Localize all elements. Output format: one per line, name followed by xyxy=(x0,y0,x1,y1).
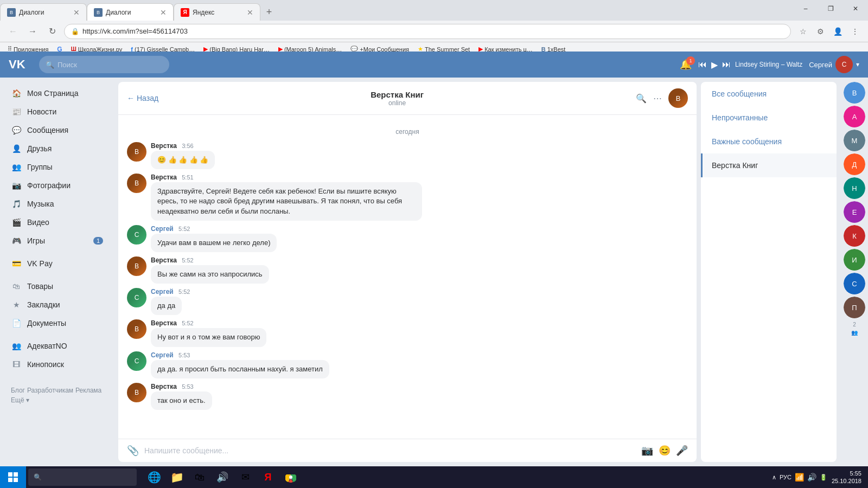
vk-search-bar[interactable]: 🔍 Поиск xyxy=(39,56,169,73)
right-panel: Все сообщения Непрочитанные Важные сообщ… xyxy=(701,82,837,462)
right-avatar-1[interactable]: В xyxy=(844,82,865,104)
message-row: С Сергей 5:52 да да xyxy=(127,288,688,315)
sidebar-item-games[interactable]: 🎮 Игры 1 xyxy=(0,232,114,250)
extensions-button[interactable]: ⚙ xyxy=(813,24,828,39)
tab-3-close[interactable]: ✕ xyxy=(247,8,253,17)
sidebar-item-friends[interactable]: 👤 Друзья xyxy=(0,139,114,158)
new-tab-button[interactable]: + xyxy=(260,3,278,21)
sidebar-item-mypage[interactable]: 🏠 Моя Страница xyxy=(0,84,114,102)
right-avatar-5[interactable]: Н xyxy=(844,177,865,199)
sidebar-item-bookmarks[interactable]: ★ Закладки xyxy=(0,296,114,314)
msg-text-3: Удачи вам в вашем не легко деле) xyxy=(151,234,277,252)
right-avatar-8[interactable]: И xyxy=(844,249,865,271)
svg-rect-2 xyxy=(8,478,12,482)
right-avatar-3[interactable]: М xyxy=(844,130,865,151)
tray-arrow-icon[interactable]: ∧ xyxy=(772,474,776,481)
sidebar: 🏠 Моя Страница 📰 Новости 💬 Сообщения 👤 Д… xyxy=(0,78,114,466)
right-avatar-6[interactable]: Е xyxy=(844,201,865,223)
minimize-button[interactable]: – xyxy=(793,0,818,17)
taskbar-app-mail[interactable]: ✉ xyxy=(234,466,256,488)
url-bar[interactable]: 🔒 https://vk.com/im?sel=456114703 xyxy=(64,24,791,39)
user-menu[interactable]: Сергей С ▾ xyxy=(809,56,859,73)
user-name: Сергей xyxy=(809,61,832,69)
tray-network-icon[interactable]: 📶 xyxy=(795,473,804,481)
sidebar-item-music[interactable]: 🎵 Музыка xyxy=(0,195,114,213)
emoji-button[interactable]: 😊 xyxy=(659,445,671,457)
message-input[interactable] xyxy=(144,446,636,455)
start-button[interactable] xyxy=(0,466,26,488)
sidebar-item-photos[interactable]: 📷 Фотографии xyxy=(0,176,114,195)
notifications-badge: 1 xyxy=(686,56,695,65)
right-avatar-2[interactable]: А xyxy=(844,106,865,127)
panel-unread[interactable]: Непрочитанные xyxy=(701,106,837,130)
sidebar-item-shop[interactable]: 🛍 Товары xyxy=(0,277,114,296)
sidebar-item-adekvatno[interactable]: 👥 АдекватNO xyxy=(0,337,114,355)
taskbar-tray: ∧ РУС 📶 🔊 🔋 5:55 25.10.2018 xyxy=(765,470,868,485)
tab-1[interactable]: В Диалоги ✕ xyxy=(0,3,87,21)
footer-ads[interactable]: Реклама xyxy=(75,387,101,394)
taskbar-app-store[interactable]: 🛍 xyxy=(189,466,210,488)
footer-dev[interactable]: Разработчикам xyxy=(27,387,73,394)
right-avatar-10[interactable]: П xyxy=(844,297,865,318)
vk-logo[interactable]: VK xyxy=(9,57,30,72)
back-button[interactable]: ← Назад xyxy=(127,94,158,102)
footer-more[interactable]: Ещё ▾ xyxy=(11,396,29,404)
profile-button[interactable]: 👤 xyxy=(830,24,845,39)
notifications-button[interactable]: 🔔 1 xyxy=(680,59,692,70)
sidebar-item-groups[interactable]: 👥 Группы xyxy=(0,158,114,176)
important-label: Важные сообщения xyxy=(712,137,782,146)
panel-important[interactable]: Важные сообщения xyxy=(701,130,837,153)
tab-3[interactable]: Я Яндекс ✕ xyxy=(174,3,260,21)
star-button[interactable]: ☆ xyxy=(795,24,810,39)
right-avatar-7[interactable]: К xyxy=(844,225,865,247)
sidebar-item-video[interactable]: 🎬 Видео xyxy=(0,213,114,232)
sidebar-item-vkpay[interactable]: 💳 VK Pay xyxy=(0,254,114,273)
tab-1-label: Диалоги xyxy=(19,9,44,16)
taskbar-app-explorer[interactable]: 📁 xyxy=(166,466,188,488)
search-chat-button[interactable]: 🔍 xyxy=(636,93,647,104)
next-button[interactable]: ⏭ xyxy=(722,60,731,69)
taskbar-app-chrome[interactable] xyxy=(280,466,302,488)
reload-button[interactable]: ↻ xyxy=(44,24,60,39)
attach-button[interactable]: 📎 xyxy=(127,445,139,457)
message-row: В Верстка 5:51 Здравствуйте, Сергей! Вед… xyxy=(127,174,688,221)
sidebar-item-kinopoisk[interactable]: 🎞 Кинопоиск xyxy=(0,355,114,374)
sidebar-label-docs: Документы xyxy=(27,319,66,328)
footer-blog[interactable]: Блог xyxy=(11,387,25,394)
camera-button[interactable]: 📷 xyxy=(641,445,653,457)
right-avatar-4[interactable]: Д xyxy=(844,153,865,175)
games-badge: 1 xyxy=(93,237,103,245)
tray-volume-icon[interactable]: 🔊 xyxy=(807,473,816,481)
taskbar-app-yandex[interactable]: Я xyxy=(257,466,279,488)
vk-main: 🏠 Моя Страница 📰 Новости 💬 Сообщения 👤 Д… xyxy=(0,78,868,466)
sidebar-item-docs[interactable]: 📄 Документы xyxy=(0,314,114,332)
sidebar-item-messages[interactable]: 💬 Сообщения xyxy=(0,121,114,139)
panel-verstka-knig[interactable]: Верстка Книг xyxy=(701,153,837,177)
back-button[interactable]: ← xyxy=(5,24,21,39)
sidebar-item-news[interactable]: 📰 Новости xyxy=(0,102,114,121)
header-actions: 🔔 1 ⏮ ▶ ⏭ Lindsey Stirling – Waltz Серге… xyxy=(680,56,859,73)
close-button[interactable]: ✕ xyxy=(843,0,868,17)
taskbar-app-sound[interactable]: 🔊 xyxy=(212,466,233,488)
messages-area[interactable]: сегодня В Верстка 3:56 😊 👍 👍 👍 👍 В В xyxy=(118,115,697,439)
sidebar-label-photos: Фотографии xyxy=(27,181,71,190)
prev-button[interactable]: ⏮ xyxy=(698,60,707,69)
tab-1-close[interactable]: ✕ xyxy=(73,8,80,17)
tab-2[interactable]: В Диалоги ✕ xyxy=(87,3,174,21)
right-avatar-9[interactable]: С xyxy=(844,273,865,294)
taskbar-search[interactable]: 🔍 xyxy=(28,468,137,486)
msg-avatar-2: В xyxy=(127,174,146,193)
sound-icon: 🔊 xyxy=(216,471,228,483)
taskbar-datetime: 5:55 25.10.2018 xyxy=(832,470,861,485)
menu-button[interactable]: ⋮ xyxy=(847,24,863,39)
forward-button[interactable]: → xyxy=(25,24,40,39)
voice-button[interactable]: 🎤 xyxy=(676,445,688,457)
panel-all-messages[interactable]: Все сообщения xyxy=(701,82,837,106)
sidebar-label-adekvatno: АдекватNO xyxy=(27,342,67,350)
taskbar-app-ie[interactable]: 🌐 xyxy=(143,466,165,488)
tab-2-close[interactable]: ✕ xyxy=(160,8,167,17)
maximize-button[interactable]: ❐ xyxy=(818,0,843,17)
play-button[interactable]: ▶ xyxy=(711,60,718,70)
msg-sender-6: Верстка 5:52 xyxy=(151,319,266,327)
more-options-button[interactable]: ⋯ xyxy=(653,93,662,104)
